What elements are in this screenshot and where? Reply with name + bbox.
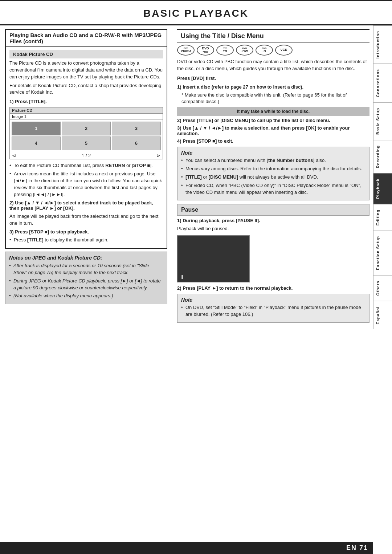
picture-cd-grid: 1 2 3 4 5 6 [10,120,163,152]
note-item-4: For video CD, when "PBC (Video CD only)"… [181,182,366,196]
dvd-r-icon-wrapper: DVD +R [216,45,234,56]
right-step3-label: 3) Use [▲ / ▼ / ◄/►] to make a selection… [177,125,350,136]
picture-cd-footer: 1 / 2 [82,153,91,158]
pause-heading: Pause [177,204,369,216]
sidebar-tab-others[interactable]: Others [373,275,392,301]
info-box: It may take a while to load the disc. [177,107,369,116]
step2: 2) Use [▲ / ▼ / ◄/►] to select a desired… [9,200,163,211]
step2-label: 2) Use [▲ / ▼ / ◄/►] to select a desired… [9,200,153,211]
thumbnail-3: 3 [112,122,161,135]
picture-cd-header: Picture CD [10,107,163,114]
kodak-cd-body1: The Picture CD is a service to convert p… [9,60,163,81]
thumbnail-1: 1 [12,122,61,135]
vcd-icon: VCD [275,45,293,56]
notes-jpeg-list: After track is displayed for 5 seconds o… [9,262,163,300]
notes-jpeg-section: Notes on JPEG and Kodak Picture CD: Afte… [5,252,167,304]
dvd-icons-row: DVD VIDEO DVD +RW DVD +R [177,45,369,56]
pause-step1: 1) During playback, press [PAUSE II]. [177,218,369,223]
notes-jpeg-title: Notes on JPEG and Kodak Picture CD: [9,255,163,261]
pause-step2-label: 2) Press [PLAY ►] to return to the norma… [177,285,293,291]
step2-body: An image will be played back from the se… [9,213,163,227]
sidebar-tab-basic-setup[interactable]: Basic Setup [373,102,392,140]
kodak-cd-body2: For details of Kodak Picture CD, contact… [9,82,163,96]
right-note-box: Note You can select a numbered menu with… [177,147,369,200]
pause-icon: ⏸ [179,274,185,281]
thumbnail-5: 5 [62,137,111,150]
sidebar-tab-espanol[interactable]: Español [373,301,392,330]
thumbnail-4: 4 [12,137,61,150]
sidebar-tab-editing[interactable]: Editing [373,204,392,231]
dvd-rw-icon-wrapper: DVD +RW [197,45,214,56]
right-step4: 4) Press [STOP ■] to exit. [177,138,369,144]
vcd-icon-wrapper: VCD [275,45,293,56]
bullet1: To exit the Picture CD thumbnail List, p… [9,162,163,169]
note-title: Note [181,150,366,156]
pause-step1-label: 1) During playback, press [PAUSE II]. [177,218,260,223]
right-step1-note: * Make sure the disc is compatible with … [177,92,369,106]
dvd-minus-rw-icon-wrapper: DVD -RW [236,45,253,56]
right-step2-label: 2) Press [TITLE] or [DISC MENU] to call … [177,118,330,123]
page-title: BASIC PLAYBACK [0,0,392,25]
dvd-minus-rw-icon: DVD -RW [236,45,253,56]
sidebar-tab-connections[interactable]: Connections [373,64,392,102]
note-list: You can select a numbered menu with [the… [181,157,366,196]
kodak-cd-heading: Kodak Picture CD [9,50,163,58]
right-step1: 1) Insert a disc (refer to page 27 on ho… [177,84,369,90]
right-step3: 3) Use [▲ / ▼ / ◄/►] to make a selection… [177,125,369,136]
step3-bullet: Press [TITLE] to display the thumbnail a… [9,237,163,244]
picture-cd-box: Picture CD Image 1 1 2 3 4 5 6 ⊲ 1 / [9,107,163,159]
thumbnail-2: 2 [62,122,111,135]
notes-jpeg-item-3: (Not available when the display menu app… [9,293,163,300]
dvd-video-icon: DVD VIDEO [177,45,195,56]
bullet2: Arrow icons mean the title list includes… [9,171,163,198]
note-item-1: You can select a numbered menu with [the… [181,157,366,164]
notes-jpeg-item-1: After track is displayed for 5 seconds o… [9,262,163,276]
pause-step2: 2) Press [PLAY ►] to return to the norma… [177,285,369,291]
using-title-heading: Using the Title / Disc Menu [177,29,369,42]
dvd-minus-r-icon: DVD -R [256,45,273,56]
sidebar-tab-function-setup[interactable]: Function Setup [373,231,392,275]
right-sidebar: Introduction Connections Basic Setup Rec… [373,25,392,329]
dvd-minus-r-icon-wrapper: DVD -R [256,45,273,56]
left-section-title: Playing Back an Audio CD and a CD-RW/-R … [6,30,167,47]
step3-label: 3) Press [STOP ■] to stop playback. [9,229,89,235]
pause-step1-body: Playback will be paused. [177,225,369,232]
notes-jpeg-item-2: During JPEG or Kodak Picture CD playback… [9,278,163,292]
dvd-video-icon-wrapper: DVD VIDEO [177,45,195,56]
thumbnail-6: 6 [112,137,161,150]
dvd-rw-icon: DVD +RW [197,45,214,56]
sidebar-tab-playback[interactable]: Playback [373,173,392,204]
sidebar-tab-introduction[interactable]: Introduction [373,25,392,64]
right-step2: 2) Press [TITLE] or [DISC MENU] to call … [177,118,369,123]
picture-cd-subheader: Image 1 [10,114,163,120]
right-step1-label: 1) Insert a disc (refer to page 27 on ho… [177,84,303,90]
step3: 3) Press [STOP ■] to stop playback. [9,229,163,235]
pause-note-list: On DVD, set "Still Mode" to "Field" in "… [181,304,366,318]
dvd-r-icon: DVD +R [216,45,234,56]
sidebar-tab-recording[interactable]: Recording [373,140,392,173]
pause-video-box: ⏸ [177,235,250,282]
picture-cd-arrows: ⊲ 1 / 2 ⊳ [10,152,163,159]
page-number-bar: EN 71 [0,542,373,554]
right-step4-label: 4) Press [STOP ■] to exit. [177,138,233,144]
press-dvd-label: Press [DVD] first. [177,75,369,82]
right-intro: DVD or video CD with PBC function may co… [177,58,369,72]
pause-note-item-1: On DVD, set "Still Mode" to "Field" in "… [181,304,366,318]
step1-label: 1) Press [TITLE]. [9,99,47,104]
note-item-2: Menus vary among discs. Refer to the inf… [181,166,366,172]
pause-note-box: Note On DVD, set "Still Mode" to "Field"… [177,294,369,323]
note-item-3: [TITLE] or [DISC MENU] will not always b… [181,174,366,181]
pause-note-title: Note [181,297,366,303]
